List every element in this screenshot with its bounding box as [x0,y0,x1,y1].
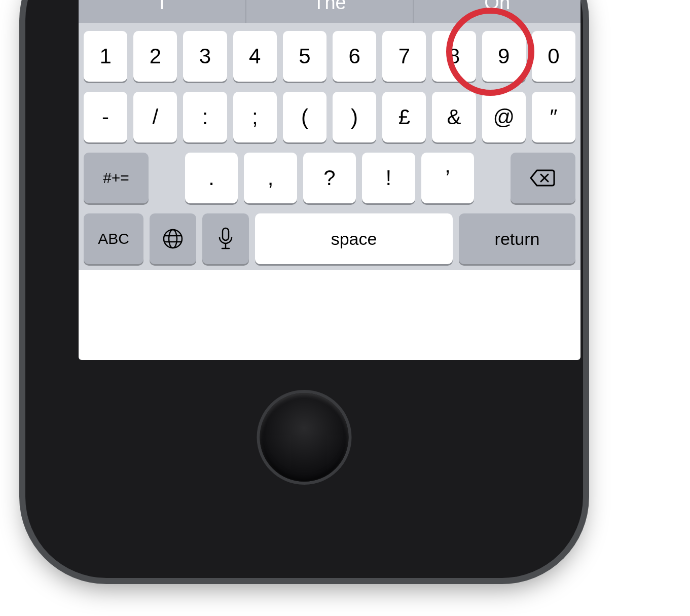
phone-frame: Hey, how's it going? I The Oh [25,0,583,578]
home-button[interactable] [260,393,349,482]
screenshot-stage: Hey, how's it going? I The Oh [0,0,690,616]
key-doubleprime[interactable]: ″ [532,92,575,142]
key-slash[interactable]: / [133,92,177,142]
key-period[interactable]: . [185,153,238,203]
key-pound[interactable]: £ [382,92,426,142]
globe-icon [162,228,184,250]
keyboard-row-4: ABC [84,213,575,264]
key-colon[interactable]: : [183,92,227,142]
key-3[interactable]: 3 [183,31,227,82]
key-1[interactable]: 1 [84,31,127,82]
keyboard-row-3: #+= . , ? ! ’ [84,153,575,203]
key-5[interactable]: 5 [283,31,326,82]
key-return[interactable]: return [459,213,575,264]
keyboard: 1 2 3 4 5 6 7 8 9 0 - / : ; ( ) [79,23,580,270]
key-comma[interactable]: , [244,153,297,203]
suggestion-3[interactable]: Oh [413,0,580,23]
key-more-symbols[interactable]: #+= [84,153,149,203]
key-question[interactable]: ? [303,153,356,203]
key-rparen[interactable]: ) [333,92,376,142]
key-apostrophe[interactable]: ’ [421,153,474,203]
backspace-icon [530,168,556,188]
key-globe[interactable] [150,213,196,264]
suggestion-2[interactable]: The [245,0,413,23]
key-0[interactable]: 0 [532,31,575,82]
key-exclaim[interactable]: ! [362,153,415,203]
svg-rect-2 [223,228,229,240]
key-dash[interactable]: - [84,92,127,142]
key-lparen[interactable]: ( [283,92,326,142]
key-6[interactable]: 6 [333,31,376,82]
svg-point-1 [169,230,177,248]
key-8[interactable]: 8 [432,31,476,82]
svg-point-0 [164,230,182,248]
key-space[interactable]: space [255,213,453,264]
key-9[interactable]: 9 [482,31,526,82]
key-4[interactable]: 4 [233,31,277,82]
microphone-icon [217,227,234,250]
predictive-bar: I The Oh [79,0,580,23]
suggestion-1[interactable]: I [79,0,245,23]
key-ampersand[interactable]: & [432,92,476,142]
key-semicolon[interactable]: ; [233,92,277,142]
key-2[interactable]: 2 [133,31,177,82]
key-backspace[interactable] [511,153,575,203]
keyboard-row-1: 1 2 3 4 5 6 7 8 9 0 [84,31,575,82]
keyboard-row-2: - / : ; ( ) £ & @ ″ [84,92,575,142]
key-abc[interactable]: ABC [84,213,143,264]
key-7[interactable]: 7 [382,31,426,82]
phone-screen: Hey, how's it going? I The Oh [79,0,580,360]
key-at[interactable]: @ [482,92,526,142]
key-dictation[interactable] [202,213,249,264]
